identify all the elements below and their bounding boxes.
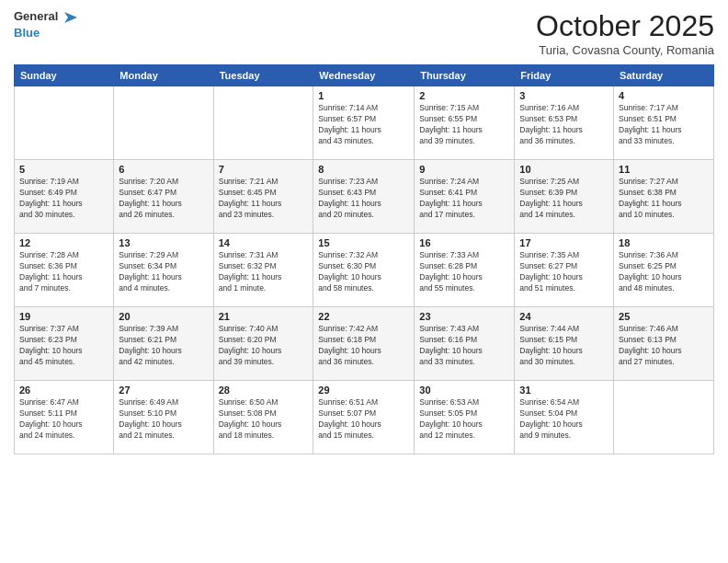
day-number: 16: [419, 237, 509, 248]
day-info: Sunrise: 7:46 AM Sunset: 6:13 PM Dayligh…: [619, 324, 709, 368]
day-number: 10: [519, 164, 609, 175]
table-row: 3Sunrise: 7:16 AM Sunset: 6:53 PM Daylig…: [515, 86, 614, 160]
day-number: 7: [219, 164, 309, 175]
day-info: Sunrise: 6:49 AM Sunset: 5:10 PM Dayligh…: [119, 397, 208, 442]
table-row: 31Sunrise: 6:54 AM Sunset: 5:04 PM Dayli…: [515, 381, 614, 454]
table-row: 9Sunrise: 7:24 AM Sunset: 6:41 PM Daylig…: [415, 160, 515, 234]
day-info: Sunrise: 7:32 AM Sunset: 6:30 PM Dayligh…: [318, 250, 409, 294]
table-row: 13Sunrise: 7:29 AM Sunset: 6:34 PM Dayli…: [114, 234, 213, 307]
header: General Blue October 2025 Turia, Covasna…: [14, 9, 714, 57]
day-info: Sunrise: 7:21 AM Sunset: 6:45 PM Dayligh…: [219, 177, 309, 221]
day-number: 31: [519, 385, 609, 396]
table-row: 8Sunrise: 7:23 AM Sunset: 6:43 PM Daylig…: [313, 160, 415, 234]
table-row: 2Sunrise: 7:15 AM Sunset: 6:55 PM Daylig…: [415, 86, 515, 160]
month-title: October 2025: [536, 9, 714, 43]
calendar: Sunday Monday Tuesday Wednesday Thursday…: [14, 64, 714, 454]
day-number: 5: [19, 164, 108, 175]
day-number: 18: [619, 237, 709, 248]
table-row: 7Sunrise: 7:21 AM Sunset: 6:45 PM Daylig…: [213, 160, 313, 234]
logo-general: General: [14, 9, 58, 23]
table-row: 25Sunrise: 7:46 AM Sunset: 6:13 PM Dayli…: [614, 307, 714, 381]
day-number: 13: [119, 237, 208, 248]
table-row: 17Sunrise: 7:35 AM Sunset: 6:27 PM Dayli…: [515, 234, 614, 307]
week-row-0: 1Sunrise: 7:14 AM Sunset: 6:57 PM Daylig…: [15, 86, 714, 160]
svg-marker-0: [64, 12, 77, 23]
header-monday: Monday: [114, 65, 213, 86]
day-info: Sunrise: 7:43 AM Sunset: 6:16 PM Dayligh…: [419, 324, 509, 368]
table-row: 19Sunrise: 7:37 AM Sunset: 6:23 PM Dayli…: [15, 307, 114, 381]
table-row: 26Sunrise: 6:47 AM Sunset: 5:11 PM Dayli…: [15, 381, 114, 454]
day-number: 6: [119, 164, 208, 175]
day-info: Sunrise: 7:25 AM Sunset: 6:39 PM Dayligh…: [519, 177, 609, 221]
day-info: Sunrise: 7:40 AM Sunset: 6:20 PM Dayligh…: [219, 324, 309, 368]
table-row: 1Sunrise: 7:14 AM Sunset: 6:57 PM Daylig…: [313, 86, 415, 160]
day-number: 15: [318, 237, 409, 248]
day-info: Sunrise: 7:44 AM Sunset: 6:15 PM Dayligh…: [519, 324, 609, 368]
week-row-1: 5Sunrise: 7:19 AM Sunset: 6:49 PM Daylig…: [15, 160, 714, 234]
day-number: 25: [619, 311, 709, 322]
table-row: [15, 86, 114, 160]
header-friday: Friday: [515, 65, 614, 86]
day-info: Sunrise: 7:15 AM Sunset: 6:55 PM Dayligh…: [419, 103, 509, 147]
day-number: 17: [519, 237, 609, 248]
day-info: Sunrise: 7:16 AM Sunset: 6:53 PM Dayligh…: [519, 103, 609, 147]
day-info: Sunrise: 7:27 AM Sunset: 6:38 PM Dayligh…: [619, 177, 709, 221]
day-info: Sunrise: 7:29 AM Sunset: 6:34 PM Dayligh…: [119, 250, 208, 294]
day-number: 8: [318, 164, 409, 175]
table-row: 30Sunrise: 6:53 AM Sunset: 5:05 PM Dayli…: [415, 381, 515, 454]
day-number: 11: [619, 164, 709, 175]
day-info: Sunrise: 6:51 AM Sunset: 5:07 PM Dayligh…: [318, 397, 409, 442]
logo: General Blue: [14, 9, 80, 40]
header-wednesday: Wednesday: [313, 65, 415, 86]
day-info: Sunrise: 7:19 AM Sunset: 6:49 PM Dayligh…: [19, 177, 108, 221]
day-info: Sunrise: 7:36 AM Sunset: 6:25 PM Dayligh…: [619, 250, 709, 294]
table-row: 24Sunrise: 7:44 AM Sunset: 6:15 PM Dayli…: [515, 307, 614, 381]
table-row: 20Sunrise: 7:39 AM Sunset: 6:21 PM Dayli…: [114, 307, 213, 381]
day-info: Sunrise: 7:24 AM Sunset: 6:41 PM Dayligh…: [419, 177, 509, 221]
table-row: [614, 381, 714, 454]
page: General Blue October 2025 Turia, Covasna…: [0, 0, 728, 563]
table-row: 4Sunrise: 7:17 AM Sunset: 6:51 PM Daylig…: [614, 86, 714, 160]
day-number: 22: [318, 311, 409, 322]
day-number: 29: [318, 385, 409, 396]
day-number: 24: [519, 311, 609, 322]
day-info: Sunrise: 6:50 AM Sunset: 5:08 PM Dayligh…: [219, 397, 309, 442]
logo-text: General: [14, 9, 80, 26]
table-row: 14Sunrise: 7:31 AM Sunset: 6:32 PM Dayli…: [213, 234, 313, 307]
day-info: Sunrise: 7:20 AM Sunset: 6:47 PM Dayligh…: [119, 177, 208, 221]
day-number: 14: [219, 237, 309, 248]
table-row: [114, 86, 213, 160]
header-sunday: Sunday: [15, 65, 114, 86]
week-row-3: 19Sunrise: 7:37 AM Sunset: 6:23 PM Dayli…: [15, 307, 714, 381]
table-row: 23Sunrise: 7:43 AM Sunset: 6:16 PM Dayli…: [415, 307, 515, 381]
day-number: 4: [619, 90, 709, 101]
table-row: 12Sunrise: 7:28 AM Sunset: 6:36 PM Dayli…: [15, 234, 114, 307]
day-info: Sunrise: 7:28 AM Sunset: 6:36 PM Dayligh…: [19, 250, 108, 294]
day-info: Sunrise: 7:17 AM Sunset: 6:51 PM Dayligh…: [619, 103, 709, 147]
week-row-4: 26Sunrise: 6:47 AM Sunset: 5:11 PM Dayli…: [15, 381, 714, 454]
day-number: 28: [219, 385, 309, 396]
day-number: 3: [519, 90, 609, 101]
header-tuesday: Tuesday: [213, 65, 313, 86]
day-number: 23: [419, 311, 509, 322]
table-row: 5Sunrise: 7:19 AM Sunset: 6:49 PM Daylig…: [15, 160, 114, 234]
table-row: 27Sunrise: 6:49 AM Sunset: 5:10 PM Dayli…: [114, 381, 213, 454]
table-row: 28Sunrise: 6:50 AM Sunset: 5:08 PM Dayli…: [213, 381, 313, 454]
day-number: 9: [419, 164, 509, 175]
day-info: Sunrise: 7:42 AM Sunset: 6:18 PM Dayligh…: [318, 324, 409, 368]
table-row: 22Sunrise: 7:42 AM Sunset: 6:18 PM Dayli…: [313, 307, 415, 381]
table-row: 6Sunrise: 7:20 AM Sunset: 6:47 PM Daylig…: [114, 160, 213, 234]
table-row: 29Sunrise: 6:51 AM Sunset: 5:07 PM Dayli…: [313, 381, 415, 454]
day-info: Sunrise: 6:47 AM Sunset: 5:11 PM Dayligh…: [19, 397, 108, 442]
table-row: 18Sunrise: 7:36 AM Sunset: 6:25 PM Dayli…: [614, 234, 714, 307]
weekday-header-row: Sunday Monday Tuesday Wednesday Thursday…: [15, 65, 714, 86]
header-thursday: Thursday: [415, 65, 515, 86]
day-number: 27: [119, 385, 208, 396]
day-number: 12: [19, 237, 108, 248]
logo-blue: Blue: [14, 26, 80, 40]
table-row: 16Sunrise: 7:33 AM Sunset: 6:28 PM Dayli…: [415, 234, 515, 307]
day-info: Sunrise: 7:37 AM Sunset: 6:23 PM Dayligh…: [19, 324, 108, 368]
header-saturday: Saturday: [614, 65, 714, 86]
day-number: 19: [19, 311, 108, 322]
day-info: Sunrise: 6:53 AM Sunset: 5:05 PM Dayligh…: [419, 397, 509, 442]
